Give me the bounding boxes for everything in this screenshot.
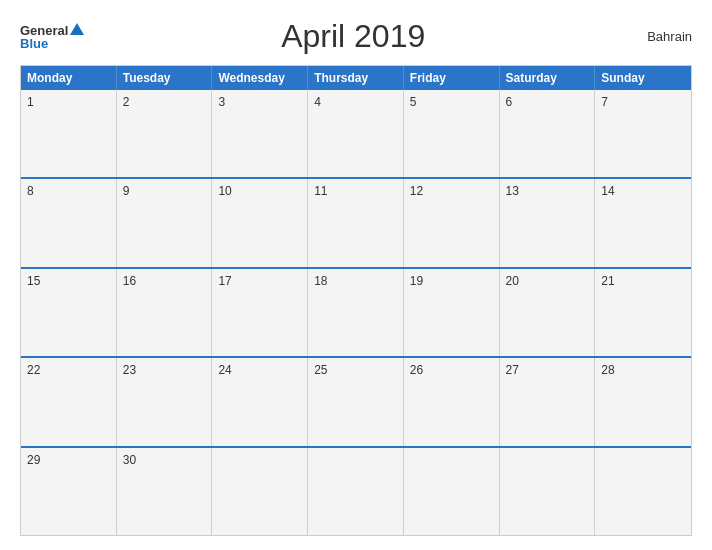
day-3: 3 — [212, 90, 308, 177]
week-1: 1 2 3 4 5 6 7 — [21, 90, 691, 177]
day-empty-2 — [308, 448, 404, 535]
day-9: 9 — [117, 179, 213, 266]
day-21: 21 — [595, 269, 691, 356]
header-wednesday: Wednesday — [212, 66, 308, 90]
day-20: 20 — [500, 269, 596, 356]
day-12: 12 — [404, 179, 500, 266]
header-thursday: Thursday — [308, 66, 404, 90]
day-empty-1 — [212, 448, 308, 535]
calendar-page: General Blue April 2019 Bahrain Monday T… — [0, 0, 712, 550]
week-3: 15 16 17 18 19 20 21 — [21, 267, 691, 356]
day-5: 5 — [404, 90, 500, 177]
week-4: 22 23 24 25 26 27 28 — [21, 356, 691, 445]
logo-triangle-icon — [70, 23, 84, 35]
logo-general-text: General — [20, 24, 68, 37]
day-8: 8 — [21, 179, 117, 266]
week-2: 8 9 10 11 12 13 14 — [21, 177, 691, 266]
day-1: 1 — [21, 90, 117, 177]
header-friday: Friday — [404, 66, 500, 90]
header-monday: Monday — [21, 66, 117, 90]
day-2: 2 — [117, 90, 213, 177]
country-label: Bahrain — [622, 29, 692, 44]
day-16: 16 — [117, 269, 213, 356]
calendar-header: Monday Tuesday Wednesday Thursday Friday… — [21, 66, 691, 90]
day-18: 18 — [308, 269, 404, 356]
header-sunday: Sunday — [595, 66, 691, 90]
day-10: 10 — [212, 179, 308, 266]
calendar-title: April 2019 — [84, 18, 622, 55]
day-empty-3 — [404, 448, 500, 535]
logo-blue-text: Blue — [20, 37, 48, 50]
day-30: 30 — [117, 448, 213, 535]
day-26: 26 — [404, 358, 500, 445]
day-6: 6 — [500, 90, 596, 177]
header-tuesday: Tuesday — [117, 66, 213, 90]
day-24: 24 — [212, 358, 308, 445]
header-saturday: Saturday — [500, 66, 596, 90]
week-5: 29 30 — [21, 446, 691, 535]
day-23: 23 — [117, 358, 213, 445]
day-28: 28 — [595, 358, 691, 445]
logo: General Blue — [20, 24, 84, 50]
day-25: 25 — [308, 358, 404, 445]
day-4: 4 — [308, 90, 404, 177]
calendar-body: 1 2 3 4 5 6 7 8 9 10 11 12 13 14 15 16 — [21, 90, 691, 535]
day-27: 27 — [500, 358, 596, 445]
day-11: 11 — [308, 179, 404, 266]
day-17: 17 — [212, 269, 308, 356]
day-15: 15 — [21, 269, 117, 356]
day-14: 14 — [595, 179, 691, 266]
day-19: 19 — [404, 269, 500, 356]
day-13: 13 — [500, 179, 596, 266]
day-29: 29 — [21, 448, 117, 535]
day-7: 7 — [595, 90, 691, 177]
day-empty-5 — [595, 448, 691, 535]
day-empty-4 — [500, 448, 596, 535]
calendar-grid: Monday Tuesday Wednesday Thursday Friday… — [20, 65, 692, 536]
header: General Blue April 2019 Bahrain — [20, 18, 692, 55]
day-22: 22 — [21, 358, 117, 445]
